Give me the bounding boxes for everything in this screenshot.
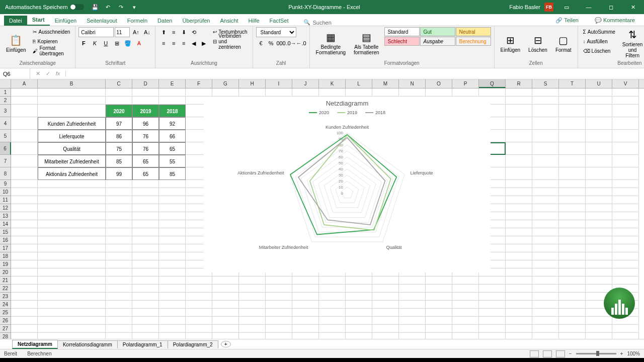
cell[interactable]	[479, 325, 506, 333]
cell[interactable]	[559, 130, 586, 142]
cell[interactable]	[532, 268, 559, 277]
minimize-icon[interactable]: —	[580, 0, 598, 14]
cell[interactable]	[532, 236, 559, 244]
cell[interactable]	[11, 333, 38, 339]
redo-icon[interactable]: ↷	[116, 2, 126, 12]
cell[interactable]	[506, 252, 532, 260]
cell[interactable]	[132, 325, 159, 333]
cell[interactable]	[319, 277, 346, 285]
cell[interactable]	[132, 293, 159, 301]
currency-icon[interactable]: €	[256, 38, 266, 48]
cell[interactable]	[212, 301, 239, 309]
cell[interactable]	[612, 228, 639, 236]
save-icon[interactable]: 💾	[90, 2, 100, 12]
cell[interactable]	[586, 142, 612, 155]
cell[interactable]	[292, 333, 319, 339]
cell[interactable]	[106, 220, 132, 228]
fill-button[interactable]: ↓ Ausfüllen	[581, 37, 617, 46]
cell[interactable]	[372, 317, 399, 325]
cell[interactable]	[159, 188, 186, 196]
cell[interactable]	[106, 228, 132, 236]
cell[interactable]	[612, 252, 639, 260]
cell[interactable]	[532, 117, 559, 130]
chart-container[interactable]: Netzdiagramm 2020 2019 2018 010203040506…	[204, 97, 491, 273]
cell[interactable]	[399, 285, 426, 293]
cell[interactable]	[132, 301, 159, 309]
cell[interactable]	[319, 325, 346, 333]
cell[interactable]	[106, 268, 132, 277]
cell[interactable]	[319, 317, 346, 325]
row-header[interactable]: 11	[0, 196, 11, 204]
sheet-tab-netz[interactable]: Netzdiagramm	[12, 340, 58, 349]
cell[interactable]	[132, 180, 159, 188]
cell[interactable]	[11, 309, 38, 317]
cell[interactable]	[532, 204, 559, 212]
col-header[interactable]: N	[399, 79, 426, 88]
cell[interactable]	[106, 317, 132, 325]
cell[interactable]	[106, 236, 132, 244]
cell[interactable]	[106, 293, 132, 301]
cell[interactable]	[319, 309, 346, 317]
fill-color-icon[interactable]: 🪣	[123, 38, 133, 48]
clear-button[interactable]: ⌫ Löschen	[581, 46, 617, 55]
cell[interactable]	[452, 325, 479, 333]
cell[interactable]	[426, 301, 452, 309]
cell[interactable]	[159, 97, 186, 105]
align-bottom-icon[interactable]: ⬇	[179, 27, 189, 37]
cell[interactable]	[11, 260, 38, 268]
cell[interactable]	[212, 325, 239, 333]
col-header[interactable]: R	[506, 79, 532, 88]
font-name-select[interactable]	[78, 27, 114, 37]
indent-increase-icon[interactable]: ▶	[199, 38, 209, 48]
row-header[interactable]: 17	[0, 244, 11, 252]
cell[interactable]	[612, 212, 639, 220]
font-size-select[interactable]	[115, 27, 130, 37]
cell[interactable]	[212, 277, 239, 285]
tab-seitenlayout[interactable]: Seitenlayout	[82, 16, 122, 26]
align-left-icon[interactable]: ≡	[158, 38, 169, 48]
cell[interactable]	[186, 317, 212, 325]
cell[interactable]	[586, 268, 612, 277]
cell[interactable]	[506, 228, 532, 236]
align-middle-icon[interactable]: ≡	[169, 27, 179, 37]
cell[interactable]	[239, 285, 266, 293]
row-header[interactable]: 15	[0, 228, 11, 236]
cell[interactable]	[532, 325, 559, 333]
cell[interactable]	[612, 325, 639, 333]
cell[interactable]	[159, 244, 186, 252]
cell[interactable]: 65	[159, 142, 186, 155]
cell[interactable]	[559, 212, 586, 220]
row-header[interactable]: 25	[0, 309, 11, 317]
align-top-icon[interactable]: ⬆	[158, 27, 169, 37]
cell[interactable]	[11, 188, 38, 196]
cell[interactable]	[38, 293, 106, 301]
cell[interactable]	[612, 180, 639, 188]
cell[interactable]	[106, 97, 132, 105]
cell[interactable]	[612, 97, 639, 105]
row-header[interactable]: 8	[0, 167, 11, 180]
cell[interactable]	[506, 130, 532, 142]
cell[interactable]	[239, 277, 266, 285]
cell[interactable]	[239, 333, 266, 339]
cell[interactable]	[586, 105, 612, 117]
cell[interactable]	[372, 325, 399, 333]
row-header[interactable]: 13	[0, 212, 11, 220]
cell[interactable]: Qualität	[38, 142, 106, 155]
cell[interactable]	[106, 301, 132, 309]
row-header[interactable]: 3	[0, 105, 11, 117]
cell[interactable]	[11, 220, 38, 228]
cell[interactable]	[11, 293, 38, 301]
cell[interactable]	[532, 180, 559, 188]
cell[interactable]	[239, 325, 266, 333]
cell[interactable]: Aktionärs Zufriedenheit	[38, 167, 106, 180]
cell[interactable]	[106, 333, 132, 339]
cell[interactable]	[132, 212, 159, 220]
cell[interactable]	[532, 293, 559, 301]
cell[interactable]	[11, 130, 38, 142]
cell[interactable]	[186, 309, 212, 317]
cell[interactable]	[479, 301, 506, 309]
cell[interactable]	[532, 228, 559, 236]
decrease-font-icon[interactable]: A↓	[142, 27, 152, 37]
col-header[interactable]: J	[292, 79, 319, 88]
tab-daten[interactable]: Daten	[152, 16, 177, 26]
